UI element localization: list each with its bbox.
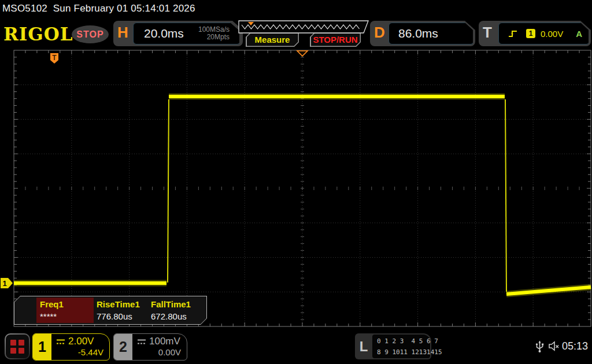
measurement-label: RiseTime1 — [97, 299, 140, 309]
svg-text:1: 1 — [2, 279, 6, 288]
dc-coupling-icon — [137, 339, 146, 345]
svg-text:T: T — [52, 54, 57, 62]
logic-channels-box[interactable]: L 0 1 2 3 4 5 6 78 9 1011 12131415 — [355, 333, 431, 359]
channel-1-status-box[interactable]: 1 2.00V -5.44V — [32, 333, 110, 361]
measurement-value: 776.80us — [97, 311, 132, 321]
channel-2-status-box[interactable]: 2 100mV 0.00V — [113, 333, 187, 361]
measurement-results-panel[interactable]: Freq1 ***** RiseTime1 776.80us FallTime1… — [14, 296, 207, 325]
record-position-bar[interactable] — [239, 21, 368, 33]
measurement-label: Freq1 — [40, 299, 64, 309]
channel-1-offset: -5.44V — [78, 347, 103, 357]
usb-icon — [535, 339, 544, 353]
horizontal-reference-marker — [297, 51, 308, 56]
measurement-label: FallTime1 — [151, 299, 191, 309]
menu-grid-icon — [6, 335, 29, 358]
channel-1-badge: 1 — [33, 334, 51, 360]
logic-label: L — [355, 333, 372, 359]
channel-2-offset: 0.00V — [158, 347, 181, 357]
logic-channel-numbers: 0 1 2 3 4 5 6 78 9 1011 12131415 — [372, 335, 430, 358]
measurement-value: 672.80us — [151, 311, 187, 321]
menu-button[interactable] — [5, 333, 30, 359]
speaker-muted-icon — [548, 340, 561, 352]
measurement-value: ***** — [40, 311, 57, 321]
channel-2-scale: 100mV — [149, 336, 180, 347]
measurement-results-inner: Freq1 ***** RiseTime1 776.80us FallTime1… — [14, 296, 206, 324]
dc-coupling-icon — [56, 339, 65, 345]
channel-1-scale: 2.00V — [68, 336, 94, 347]
status-clock: 05:13 — [562, 340, 588, 352]
oscilloscope-screen: MSO5102 Sun February 01 05:14:01 2026 RI… — [0, 0, 592, 364]
trigger-markers: T1 — [1, 51, 308, 288]
channel-2-badge: 2 — [114, 334, 132, 360]
